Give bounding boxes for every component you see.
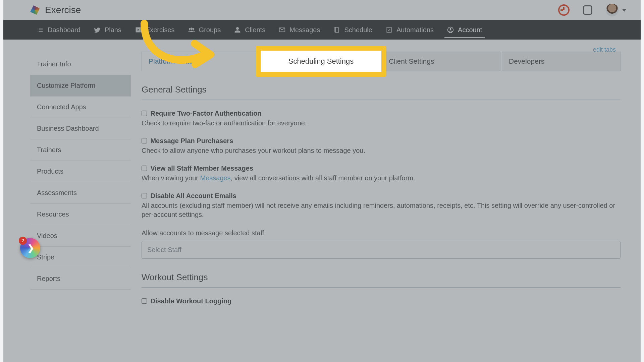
sidebar-item-trainer-info[interactable]: Trainer Info [30,54,131,75]
sidebar-item-business-dashboard[interactable]: Business Dashboard [30,118,131,139]
divider [142,100,621,100]
tab-scheduling-settings[interactable]: Scheduling Settings Scheduling Settings [262,52,380,71]
nav-plans[interactable]: Plans [87,20,128,40]
desc-post: , view all conversations with all staff … [231,174,415,182]
annotation-arrow-icon [138,20,218,77]
option-disable-workout-logging: Disable Workout Logging [142,297,621,305]
topbar: Exercise [3,0,641,20]
general-settings-heading: General Settings [142,84,621,95]
clock-icon[interactable] [558,4,570,16]
nav-clients[interactable]: Clients [227,20,272,40]
nav-label: Plans [105,26,121,34]
disable-workout-logging-label: Disable Workout Logging [150,297,231,305]
main-panel: edit tabs Platform Settings Scheduling S… [131,44,621,305]
two-factor-checkbox[interactable] [142,111,147,116]
check-square-icon [386,26,392,33]
topbar-right [558,4,635,16]
disable-emails-desc: All accounts (excluding staff member) wi… [142,201,621,219]
highlight-callout: Scheduling Settings [256,46,386,77]
message-purchasers-label: Message Plan Purchasers [150,137,233,144]
user-icon [234,26,241,33]
message-purchasers-desc: Check to allow anyone who purchases your… [142,146,621,155]
option-disable-emails: Disable All Account Emails All accounts … [142,192,621,219]
workout-settings-heading: Workout Settings [142,272,621,283]
nav-label: Automations [396,26,434,34]
sidebar-item-resources[interactable]: Resources [30,204,131,225]
brand[interactable]: Exercise [30,5,81,15]
sidebar-item-products[interactable]: Products [30,161,131,182]
sidebar-item-assessments[interactable]: Assessments [30,182,131,204]
task-icon[interactable] [583,5,592,15]
book-icon [333,26,340,33]
option-message-purchasers: Message Plan Purchasers Check to allow a… [142,137,621,155]
help-widget-badge: 2 [19,237,27,245]
option-view-staff-messages: View all Staff Member Messages When view… [142,165,621,183]
profile-menu[interactable] [606,4,627,16]
account-sidebar: Trainer Info Customize Platform Connecte… [30,44,131,305]
messages-link[interactable]: Messages [200,174,231,182]
nav-automations[interactable]: Automations [379,20,440,40]
bird-icon [94,26,101,33]
help-widget[interactable]: 2 [20,238,40,258]
sidebar-item-customize-platform[interactable]: Customize Platform [30,75,131,97]
page-root: Exercise Dashboard Plans Exercises Group [3,0,641,362]
list-icon [37,26,44,33]
sidebar-item-trainers[interactable]: Trainers [30,139,131,161]
view-staff-messages-desc: When viewing your Messages, view all con… [142,174,621,183]
svg-point-1 [450,28,451,30]
account-icon [447,26,454,33]
desc-pre: When viewing your [142,174,200,182]
nav-label: Schedule [344,26,372,34]
message-purchasers-checkbox[interactable] [142,138,147,143]
brand-name: Exercise [45,5,81,15]
divider [142,287,621,288]
nav-label: Messages [289,26,320,34]
mail-icon [279,26,285,33]
chevron-down-icon [622,9,627,12]
edit-tabs-link[interactable]: edit tabs [593,46,616,53]
two-factor-label: Require Two-Factor Authentication [150,110,261,117]
sidebar-item-videos[interactable]: Videos [30,225,131,247]
disable-emails-label: Disable All Account Emails [150,192,236,199]
view-staff-messages-label: View all Staff Member Messages [150,165,253,172]
nav-label: Account [458,26,482,34]
avatar-icon [606,4,619,16]
nav-messages[interactable]: Messages [272,20,327,40]
main-nav: Dashboard Plans Exercises Groups Clients… [3,20,641,40]
brand-logo-icon [30,5,40,15]
nav-dashboard[interactable]: Dashboard [30,20,87,40]
nav-account[interactable]: Account [440,20,489,40]
sidebar-item-reports[interactable]: Reports [30,268,131,290]
nav-label: Dashboard [48,26,80,34]
nav-schedule[interactable]: Schedule [327,20,379,40]
staff-select-label: Allow accounts to message selected staff [142,229,621,237]
nav-label: Clients [245,26,265,34]
two-factor-desc: Check to require two-factor authenticati… [142,119,621,128]
sidebar-item-connected-apps[interactable]: Connected Apps [30,97,131,118]
sidebar-item-stripe[interactable]: Stripe [30,247,131,268]
disable-emails-checkbox[interactable] [142,193,147,198]
tab-developers[interactable]: Developers [502,52,621,71]
highlight-label: Scheduling Settings [288,57,354,66]
page-body: Trainer Info Customize Platform Connecte… [3,40,641,305]
view-staff-messages-checkbox[interactable] [142,166,147,171]
tab-client-settings[interactable]: Client Settings [382,52,500,71]
disable-workout-logging-checkbox[interactable] [142,298,147,304]
staff-select[interactable]: Select Staff [142,241,621,259]
option-two-factor: Require Two-Factor Authentication Check … [142,110,621,128]
